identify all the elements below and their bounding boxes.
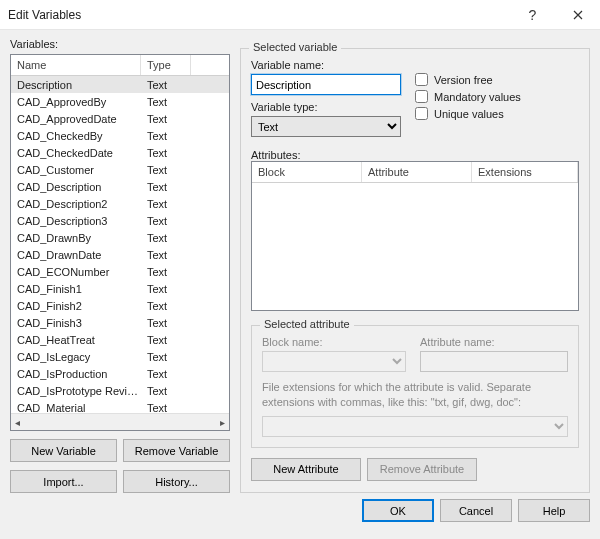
variable-name-label: Variable name: (251, 59, 401, 71)
help-button[interactable]: Help (518, 499, 590, 522)
table-row[interactable]: CAD_IsProductionText (11, 365, 229, 382)
col-block[interactable]: Block (252, 162, 362, 182)
table-row[interactable]: CAD_CheckedDateText (11, 144, 229, 161)
horizontal-scrollbar[interactable]: ◂ ▸ (11, 413, 229, 430)
row-type: Text (141, 198, 229, 210)
new-attribute-button[interactable]: New Attribute (251, 458, 361, 481)
variables-label: Variables: (10, 38, 230, 50)
remove-variable-button[interactable]: Remove Variable (123, 439, 230, 462)
row-type: Text (141, 130, 229, 142)
row-name: Description (11, 79, 141, 91)
attributes-header: Block Attribute Extensions (252, 162, 578, 183)
attribute-name-input (420, 351, 568, 372)
table-row[interactable]: CAD_CustomerText (11, 161, 229, 178)
table-row[interactable]: CAD_Description3Text (11, 212, 229, 229)
row-type: Text (141, 402, 229, 414)
import-button[interactable]: Import... (10, 470, 117, 493)
row-type: Text (141, 368, 229, 380)
selected-variable-legend: Selected variable (249, 41, 341, 53)
table-row[interactable]: CAD_DrawnDateText (11, 246, 229, 263)
table-row[interactable]: CAD_IsPrototype RevisionText (11, 382, 229, 399)
table-row[interactable]: CAD_MaterialText (11, 399, 229, 413)
attribute-name-label: Attribute name: (420, 336, 568, 348)
row-name: CAD_Finish2 (11, 300, 141, 312)
variables-list[interactable]: Name Type DescriptionTextCAD_ApprovedByT… (10, 54, 230, 431)
row-type: Text (141, 147, 229, 159)
row-name: CAD_IsProduction (11, 368, 141, 380)
row-name: CAD_DrawnBy (11, 232, 141, 244)
row-type: Text (141, 334, 229, 346)
help-titlebar-button[interactable]: ? (510, 0, 555, 30)
table-row[interactable]: CAD_CheckedByText (11, 127, 229, 144)
row-type: Text (141, 249, 229, 261)
mandatory-values-checkbox[interactable]: Mandatory values (415, 90, 521, 103)
table-row[interactable]: CAD_IsLegacyText (11, 348, 229, 365)
row-type: Text (141, 181, 229, 193)
variables-rows[interactable]: DescriptionTextCAD_ApprovedByTextCAD_App… (11, 76, 229, 413)
table-row[interactable]: CAD_ApprovedDateText (11, 110, 229, 127)
row-name: CAD_Finish3 (11, 317, 141, 329)
selected-attribute-group: Selected attribute Block name: Attribute… (251, 325, 579, 448)
table-row[interactable]: CAD_Finish1Text (11, 280, 229, 297)
row-name: CAD_IsPrototype Revision (11, 385, 141, 397)
row-name: CAD_HeatTreat (11, 334, 141, 346)
new-variable-button[interactable]: New Variable (10, 439, 117, 462)
row-name: CAD_ApprovedDate (11, 113, 141, 125)
table-row[interactable]: CAD_Finish3Text (11, 314, 229, 331)
row-name: CAD_Description (11, 181, 141, 193)
extensions-help-text: File extensions for which the attribute … (262, 380, 568, 410)
table-row[interactable]: CAD_Finish2Text (11, 297, 229, 314)
row-type: Text (141, 79, 229, 91)
row-name: CAD_DrawnDate (11, 249, 141, 261)
row-type: Text (141, 215, 229, 227)
close-button[interactable] (555, 0, 600, 30)
dialog-actions: OK Cancel Help (0, 499, 600, 532)
row-type: Text (141, 351, 229, 363)
attributes-list[interactable]: Block Attribute Extensions (251, 161, 579, 311)
table-row[interactable]: CAD_ApprovedByText (11, 93, 229, 110)
ok-button[interactable]: OK (362, 499, 434, 522)
block-name-select (262, 351, 406, 372)
row-name: CAD_Material (11, 402, 141, 414)
row-name: CAD_IsLegacy (11, 351, 141, 363)
history-button[interactable]: History... (123, 470, 230, 493)
row-name: CAD_ECONumber (11, 266, 141, 278)
row-name: CAD_Finish1 (11, 283, 141, 295)
table-row[interactable]: CAD_Description2Text (11, 195, 229, 212)
block-name-label: Block name: (262, 336, 406, 348)
variable-type-label: Variable type: (251, 101, 401, 113)
extensions-select (262, 416, 568, 437)
col-extensions[interactable]: Extensions (472, 162, 578, 182)
table-row[interactable]: CAD_ECONumberText (11, 263, 229, 280)
row-type: Text (141, 113, 229, 125)
variable-name-input[interactable] (251, 74, 401, 95)
cancel-button[interactable]: Cancel (440, 499, 512, 522)
table-row[interactable]: CAD_DescriptionText (11, 178, 229, 195)
scroll-right-icon[interactable]: ▸ (216, 417, 229, 428)
row-name: CAD_ApprovedBy (11, 96, 141, 108)
scroll-left-icon[interactable]: ◂ (11, 417, 24, 428)
row-type: Text (141, 232, 229, 244)
row-type: Text (141, 266, 229, 278)
row-type: Text (141, 283, 229, 295)
attributes-label: Attributes: (251, 149, 579, 161)
table-row[interactable]: CAD_DrawnByText (11, 229, 229, 246)
remove-attribute-button: Remove Attribute (367, 458, 477, 481)
variable-type-select[interactable]: Text (251, 116, 401, 137)
window-title: Edit Variables (8, 8, 510, 22)
row-name: CAD_CheckedDate (11, 147, 141, 159)
row-type: Text (141, 385, 229, 397)
row-type: Text (141, 96, 229, 108)
row-name: CAD_Description3 (11, 215, 141, 227)
version-free-checkbox[interactable]: Version free (415, 73, 521, 86)
row-name: CAD_Description2 (11, 198, 141, 210)
col-name[interactable]: Name (11, 55, 141, 75)
col-attribute[interactable]: Attribute (362, 162, 472, 182)
unique-values-checkbox[interactable]: Unique values (415, 107, 521, 120)
selected-attribute-legend: Selected attribute (260, 318, 354, 330)
row-type: Text (141, 300, 229, 312)
table-row[interactable]: CAD_HeatTreatText (11, 331, 229, 348)
selected-variable-group: Selected variable Variable name: Variabl… (240, 48, 590, 493)
col-type[interactable]: Type (141, 55, 191, 75)
table-row[interactable]: DescriptionText (11, 76, 229, 93)
